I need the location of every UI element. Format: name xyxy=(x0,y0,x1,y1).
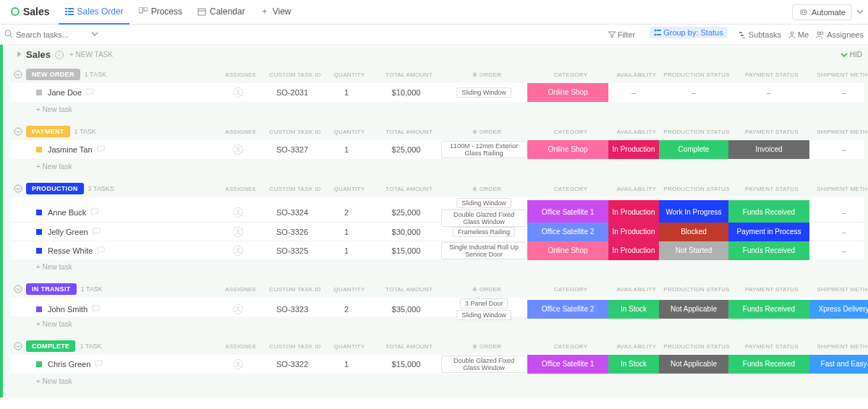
task-name[interactable]: John Smith xyxy=(48,305,88,314)
comment-icon[interactable] xyxy=(92,305,100,314)
tab-process[interactable]: Process xyxy=(132,0,188,25)
comment-icon[interactable] xyxy=(90,208,98,218)
search-input[interactable] xyxy=(16,30,88,39)
task-name[interactable]: Jane Doe xyxy=(48,88,82,97)
task-row[interactable]: Jelly Green SO-3326 1 $30,000 Frameless … xyxy=(10,222,864,241)
collapse-icon[interactable] xyxy=(13,126,23,137)
custom-task-id[interactable]: SO-3325 xyxy=(263,246,321,255)
collapse-all-icon[interactable] xyxy=(16,51,23,59)
task-name[interactable]: Resse White xyxy=(48,246,93,255)
col-custom-task-id[interactable]: CUSTOM TASK ID xyxy=(266,72,324,78)
col-shipment-method[interactable]: SHIPMENT METHOD xyxy=(812,343,868,350)
shipment-method-cell[interactable]: Xpress Delivery xyxy=(809,300,868,319)
assignee-add[interactable] xyxy=(233,87,243,98)
category-cell[interactable]: Online Shop xyxy=(527,140,608,159)
new-task-row[interactable]: + New task xyxy=(10,259,864,275)
chevron-down-icon[interactable] xyxy=(91,30,98,39)
col-availability[interactable]: AVAILABILITY xyxy=(611,129,662,135)
total-amount[interactable]: $15,000 xyxy=(372,360,441,369)
comment-icon[interactable] xyxy=(93,228,101,237)
assignee-add[interactable] xyxy=(233,227,243,237)
order-tag[interactable]: Sliding Window xyxy=(456,198,511,208)
assignee-add[interactable] xyxy=(233,304,243,314)
col-quantity[interactable]: QUANTITY xyxy=(324,343,375,350)
col-category[interactable]: CATEGORY xyxy=(530,72,611,78)
order-tag[interactable]: Frameless Railing xyxy=(453,227,515,237)
col-total-amount[interactable]: TOTAL AMOUNT xyxy=(375,72,443,78)
total-amount[interactable]: $15,000 xyxy=(372,246,441,255)
status-square-icon[interactable] xyxy=(36,147,42,152)
col-custom-task-id[interactable]: CUSTOM TASK ID xyxy=(266,129,324,135)
col-shipment-method[interactable]: SHIPMENT METHOD xyxy=(812,186,868,192)
category-cell[interactable]: Office Satellite 1 xyxy=(527,200,608,225)
category-cell[interactable]: Office Satellite 2 xyxy=(527,223,608,241)
category-cell[interactable]: Online Shop xyxy=(527,241,608,260)
col-category[interactable]: CATEGORY xyxy=(530,129,611,135)
availability-cell[interactable]: – xyxy=(608,88,659,97)
col-shipment-method[interactable]: SHIPMENT METHOD xyxy=(812,129,868,135)
availability-cell[interactable]: In Production xyxy=(608,200,659,225)
new-task-row[interactable]: + New task xyxy=(10,159,864,174)
new-task-header-button[interactable]: + NEW TASK xyxy=(69,51,113,59)
col-payment-status[interactable]: PAYMENT STATUS xyxy=(731,286,812,293)
assignee-add[interactable] xyxy=(233,359,243,369)
col-category[interactable]: CATEGORY xyxy=(530,343,611,350)
shipment-method-cell[interactable]: – xyxy=(809,208,868,217)
order-tag[interactable]: Double Glazed Fixed Glass Window xyxy=(441,210,527,227)
order-cell[interactable]: 3 Panel DoorSliding Window xyxy=(441,298,527,321)
availability-cell[interactable]: In Production xyxy=(608,140,659,159)
production-status-cell[interactable]: Blocked xyxy=(659,223,728,241)
col-quantity[interactable]: QUANTITY xyxy=(324,186,375,192)
custom-task-id[interactable]: SO-3322 xyxy=(263,360,321,369)
tab-calendar[interactable]: Calendar xyxy=(191,0,251,25)
custom-task-id[interactable]: SO-2031 xyxy=(263,88,321,97)
col-production-status[interactable]: PRODUCTION STATUS xyxy=(662,72,731,78)
col-quantity[interactable]: QUANTITY xyxy=(324,72,375,78)
order-tag[interactable]: Sliding Window xyxy=(456,310,511,320)
production-status-cell[interactable]: Not Started xyxy=(659,241,728,260)
production-status-cell[interactable]: – xyxy=(659,88,728,97)
task-row[interactable]: Anne Buck SO-3324 2 $25,000 Sliding Wind… xyxy=(10,197,864,222)
payment-status-cell[interactable]: – xyxy=(728,88,809,97)
col-payment-status[interactable]: PAYMENT STATUS xyxy=(731,129,812,135)
status-square-icon[interactable] xyxy=(36,361,42,367)
quantity[interactable]: 1 xyxy=(321,246,372,255)
collapse-icon[interactable] xyxy=(13,69,23,79)
order-tag[interactable]: Double Glazed Fixed Glass Window xyxy=(441,356,527,373)
custom-task-id[interactable]: SO-3327 xyxy=(263,145,321,154)
status-square-icon[interactable] xyxy=(36,306,42,312)
col-category[interactable]: CATEGORY xyxy=(530,186,611,192)
col-production-status[interactable]: PRODUCTION STATUS xyxy=(662,129,731,135)
total-amount[interactable]: $25,000 xyxy=(372,145,441,154)
payment-status-cell[interactable]: Funds Received xyxy=(728,200,809,225)
col-assignee[interactable]: ASSIGNEE xyxy=(216,343,266,350)
production-status-cell[interactable]: Not Applicable xyxy=(659,300,728,319)
collapse-icon[interactable] xyxy=(13,284,23,294)
info-icon[interactable]: i xyxy=(55,51,64,59)
shipment-method-cell[interactable]: Fast and Easy xyxy=(809,355,868,374)
col-production-status[interactable]: PRODUCTION STATUS xyxy=(662,186,731,192)
payment-status-cell[interactable]: Invoiced xyxy=(728,140,809,159)
quantity[interactable]: 2 xyxy=(321,208,372,217)
me-button[interactable]: Me xyxy=(788,30,809,39)
col-order[interactable]: ⊕ ORDER xyxy=(443,286,530,293)
payment-status-cell[interactable]: Payment in Process xyxy=(728,223,809,241)
group-badge[interactable]: COMPLETE xyxy=(26,340,75,352)
subtasks-button[interactable]: Subtasks xyxy=(739,30,781,39)
col-total-amount[interactable]: TOTAL AMOUNT xyxy=(375,186,443,192)
status-square-icon[interactable] xyxy=(36,248,42,254)
category-cell[interactable]: Online Shop xyxy=(527,83,608,102)
col-shipment-method[interactable]: SHIPMENT METHOD xyxy=(812,72,868,78)
order-cell[interactable]: Sliding Window xyxy=(441,87,527,98)
order-cell[interactable]: Single Industrial Roll Up Service Door xyxy=(441,241,527,260)
col-custom-task-id[interactable]: CUSTOM TASK ID xyxy=(266,186,324,192)
task-row[interactable]: Resse White SO-3325 1 $15,000 Single Ind… xyxy=(10,241,864,259)
collapse-icon[interactable] xyxy=(13,184,23,194)
order-tag[interactable]: Sliding Window xyxy=(456,87,511,98)
col-order[interactable]: ⊕ ORDER xyxy=(443,72,530,78)
order-tag[interactable]: 1100M - 12mm Exterior Glass Railing xyxy=(441,141,527,158)
col-total-amount[interactable]: TOTAL AMOUNT xyxy=(375,129,443,135)
order-cell[interactable]: Frameless Railing xyxy=(441,226,527,238)
category-cell[interactable]: Office Satellite 1 xyxy=(527,355,608,374)
category-cell[interactable]: Office Satellite 2 xyxy=(527,300,608,319)
